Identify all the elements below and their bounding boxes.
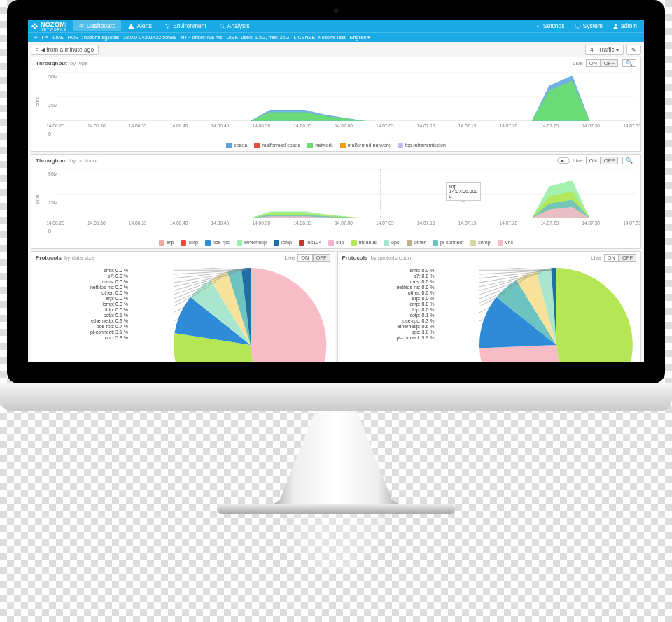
- legend-item[interactable]: scada: [226, 142, 247, 148]
- pie-label: arp: 0.0 %: [344, 296, 435, 301]
- x-tick: 14:06:55: [293, 220, 312, 225]
- pie-label: smb: 0.0 %: [344, 268, 435, 273]
- x-tick: 14:06:25: [46, 123, 64, 128]
- mini-toggle-icon[interactable]: ●○: [557, 157, 570, 164]
- live-label: Live: [285, 255, 295, 261]
- nav-settings[interactable]: Settings: [531, 20, 569, 31]
- nav-analysis-label: Analysis: [227, 22, 250, 29]
- legend-item[interactable]: vnc: [498, 239, 513, 246]
- chart-type[interactable]: bit/s 50M 25M 0 14:06:2514:0: [31, 69, 640, 141]
- time-back-button[interactable]: ≡ ◀ from a minute ago: [31, 45, 99, 55]
- pie-chart-size[interactable]: smb: 0.0 %s7: 0.0 %mms: 0.0 %netbios-ns:…: [31, 264, 335, 362]
- legend-item[interactable]: cotp: [181, 239, 198, 246]
- legend-label: snmp: [478, 239, 491, 246]
- status-lang[interactable]: English ▾: [350, 34, 371, 41]
- nav-environment[interactable]: Environment: [159, 20, 212, 31]
- legend-item[interactable]: icmp: [274, 239, 292, 246]
- legend-swatch: [181, 240, 186, 246]
- pie-label: netbios-ns: 0.0 %: [37, 285, 128, 290]
- nav-system-label: System: [583, 22, 603, 29]
- live-toggle-pie-pkt[interactable]: ONOFF: [604, 254, 636, 262]
- pie-label: smb: 0.0 %: [37, 268, 128, 273]
- legend-label: malformed scada: [262, 142, 300, 148]
- legend-item[interactable]: modbus: [351, 239, 377, 246]
- nav-system[interactable]: System: [570, 20, 607, 31]
- live-label: Live: [573, 60, 583, 66]
- pie-label: pi-connect: 5.9 %: [344, 335, 435, 340]
- nav-alerts[interactable]: Alerts: [122, 20, 158, 31]
- zoom-button[interactable]: 🔍: [622, 59, 636, 67]
- toggle-on: ON: [298, 254, 312, 262]
- monitor-icon: [575, 23, 581, 29]
- pie-label: netbios-ns: 0.0 %: [344, 285, 435, 290]
- x-tick: 14:06:35: [129, 123, 147, 128]
- nav-settings-label: Settings: [543, 22, 565, 29]
- panel-protocols-by-packets: Protocols by packets count Live ONOFF: [337, 251, 642, 362]
- legend-label: dce-rpc: [213, 239, 230, 246]
- webcam-icon: [334, 8, 339, 13]
- network-icon: [164, 23, 171, 29]
- tab-selector[interactable]: 4 - Traffic ▾: [585, 45, 624, 55]
- legend-item[interactable]: lldp: [328, 239, 344, 246]
- chart-proto[interactable]: bit/s 50M 25M 0: [31, 167, 640, 238]
- legend-item[interactable]: malformed scada: [254, 142, 300, 148]
- legend-label: cotp: [188, 239, 198, 246]
- legend-swatch: [384, 240, 389, 246]
- y-tick: 0: [48, 131, 51, 136]
- x-tick: 14:07:00: [335, 220, 353, 225]
- live-toggle-proto[interactable]: ONOFF: [586, 157, 618, 164]
- nav-dashboard[interactable]: Dashboard: [73, 20, 122, 31]
- live-toggle-pie-size[interactable]: ONOFF: [298, 254, 330, 262]
- legend-item[interactable]: other: [407, 239, 426, 246]
- legend-item[interactable]: pi-connect: [433, 239, 463, 246]
- chart-tooltip: lldp 14:07:06.000 0: [446, 182, 482, 201]
- legend-item[interactable]: opc: [384, 239, 400, 246]
- toggle-on: ON: [586, 59, 601, 67]
- x-tick: 14:07:30: [582, 220, 600, 225]
- tool-options-button[interactable]: ✎: [626, 45, 641, 55]
- brand-logo[interactable]: NOZOMINETWORKS: [31, 21, 67, 31]
- legend-item[interactable]: ethernetip: [237, 239, 267, 246]
- pie-label: cotp: 0.1 %: [37, 313, 128, 318]
- status-ntp: n/a ms: [207, 34, 223, 41]
- toggle-off: OFF: [601, 157, 618, 164]
- legend-item[interactable]: arp: [159, 239, 174, 246]
- legend-swatch: [498, 240, 503, 246]
- nav-analysis[interactable]: Analysis: [214, 20, 255, 31]
- pie-labels-size: smb: 0.0 %s7: 0.0 %mms: 0.0 %netbios-ns:…: [37, 268, 128, 340]
- pie-label: s7: 0.0 %: [344, 274, 435, 278]
- legend-item[interactable]: tcp retransmission: [398, 142, 446, 148]
- legend-item[interactable]: malformed network: [340, 142, 391, 148]
- live-toggle-type[interactable]: ONOFF: [586, 59, 618, 67]
- x-tick: 14:06:55: [293, 123, 312, 128]
- legend-item[interactable]: network: [307, 142, 332, 148]
- legend-swatch: [226, 143, 232, 148]
- status-bar: ☀ ⏸ ≡ LIVE HOST: nozomi-sg.local 18.0.0-…: [28, 32, 644, 42]
- live-label: Live: [591, 255, 601, 261]
- x-tick: 14:06:30: [88, 123, 106, 128]
- legend-swatch: [237, 240, 242, 246]
- status-mode-icons: ☀ ⏸ ≡: [34, 34, 48, 41]
- panel-protocols-by-size: Protocols by data size Live ONOFF: [31, 251, 335, 362]
- pie-size-title: Protocols: [36, 255, 62, 261]
- legend-item[interactable]: dce-rpc: [205, 239, 230, 246]
- x-tick: 14:07:05: [376, 123, 394, 128]
- zoom-button[interactable]: 🔍: [622, 157, 636, 164]
- status-ntp-label: NTP offset:: [181, 34, 206, 41]
- y-axis-label: bit/s: [35, 195, 40, 204]
- legend-item[interactable]: iec104: [299, 239, 321, 246]
- status-disk: used: 1.5G, free: 26G: [241, 34, 289, 41]
- gauge-icon: [78, 23, 85, 29]
- status-host: nozomi-sg.local: [84, 34, 119, 41]
- legend-item[interactable]: snmp: [470, 239, 491, 246]
- y-tick: 0: [48, 228, 51, 233]
- y-axis-label: bit/s: [35, 97, 40, 106]
- legend-label: arp: [167, 239, 174, 246]
- pie-pkt-title: Protocols: [342, 255, 368, 261]
- nav-user[interactable]: admin: [608, 20, 641, 31]
- pie-chart-pkt[interactable]: smb: 0.0 %s7: 0.0 %mms: 0.0 %netbios-ns:…: [338, 264, 641, 362]
- pie-label: dce-rpc: 0.3 %: [344, 318, 435, 323]
- content-area: ≡ ◀ from a minute ago 4 - Traffic ▾ ✎ Th…: [28, 42, 644, 362]
- monitor-chin: [0, 383, 672, 411]
- legend-type: scadamalformed scadanetworkmalformed net…: [31, 141, 640, 151]
